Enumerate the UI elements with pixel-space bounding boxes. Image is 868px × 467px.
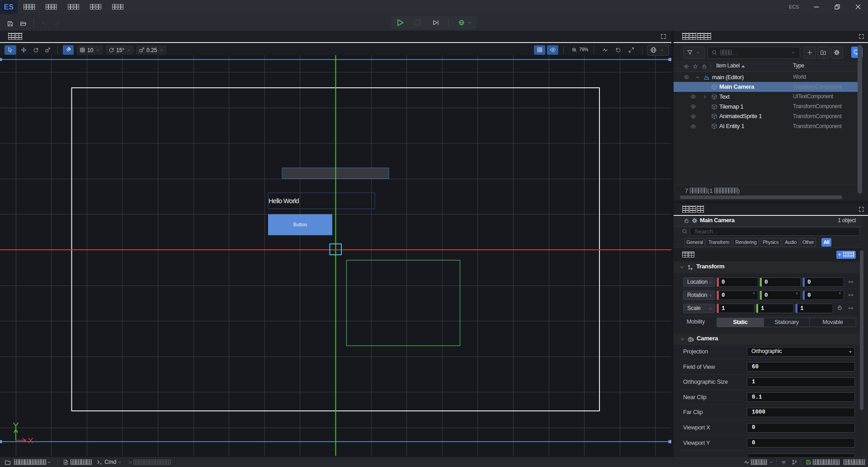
svg-text:Hello World: Hello World: [269, 197, 299, 205]
svg-text:Button: Button: [293, 222, 307, 227]
